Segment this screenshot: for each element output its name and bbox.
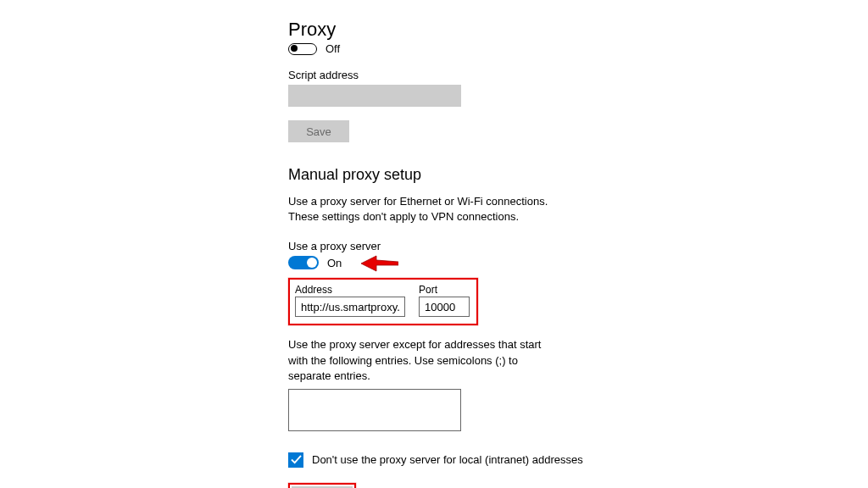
script-address-input[interactable] (288, 85, 461, 107)
use-proxy-label: Use a proxy server (288, 240, 644, 252)
checkmark-icon (291, 455, 302, 464)
page-title: Proxy (288, 19, 644, 41)
script-address-label: Script address (288, 69, 644, 81)
bypass-local-checkbox[interactable] (288, 452, 303, 468)
exceptions-textarea[interactable] (288, 389, 461, 431)
port-label: Port (419, 284, 470, 296)
use-proxy-toggle[interactable] (288, 256, 319, 269)
address-input[interactable] (295, 297, 405, 317)
use-proxy-toggle-label: On (327, 257, 342, 269)
save-button-highlight: Save (288, 483, 356, 488)
port-input[interactable] (419, 297, 470, 317)
exceptions-label: Use the proxy server except for addresse… (288, 337, 559, 384)
autodetect-toggle-label: Off (326, 42, 340, 55)
arrow-icon (359, 254, 398, 273)
address-label: Address (295, 284, 405, 296)
bypass-local-label: Don't use the proxy server for local (in… (312, 453, 583, 466)
autodetect-toggle[interactable] (288, 43, 317, 55)
manual-proxy-description: Use a proxy server for Ethernet or Wi-Fi… (288, 194, 576, 225)
manual-proxy-section-title: Manual proxy setup (288, 166, 644, 184)
address-port-highlight: Address Port (288, 278, 478, 325)
script-save-button: Save (288, 120, 349, 142)
